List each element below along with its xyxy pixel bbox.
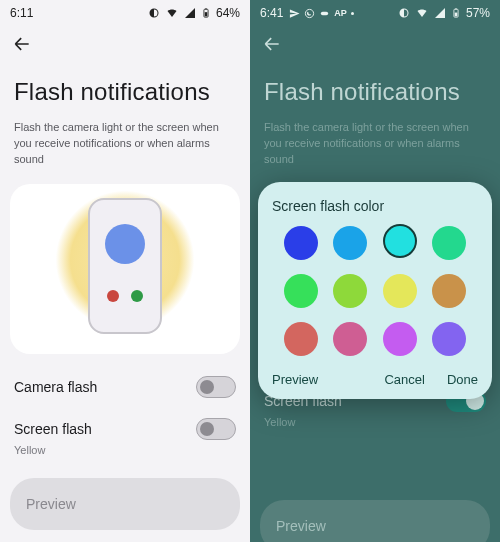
wifi-icon — [415, 7, 429, 19]
color-option[interactable] — [432, 322, 466, 356]
settings-screen-light: 6:11 64% Flash notif — [0, 0, 250, 542]
svg-rect-6 — [455, 13, 458, 17]
preview-button[interactable]: Preview — [10, 478, 240, 530]
illustration-card — [10, 184, 240, 354]
battery-percent: 64% — [216, 6, 240, 20]
camera-flash-row[interactable]: Camera flash — [0, 364, 250, 402]
svg-rect-2 — [205, 8, 207, 9]
color-option[interactable] — [432, 226, 466, 260]
status-bar: 6:41 AP 57% — [250, 0, 500, 26]
dialog-title: Screen flash color — [272, 198, 478, 214]
pill-icon — [319, 8, 330, 19]
color-option[interactable] — [284, 274, 318, 308]
settings-screen-dialog: 6:41 AP 57% Flash not — [250, 0, 500, 542]
page-subtitle: Flash the camera light or the screen whe… — [250, 112, 500, 180]
screen-flash-row[interactable]: Screen flash — [0, 402, 250, 444]
status-time: 6:41 — [260, 6, 283, 20]
color-option[interactable] — [383, 322, 417, 356]
screen-flash-value: Yellow — [0, 444, 250, 464]
theme-icon — [398, 7, 410, 19]
svg-rect-1 — [205, 12, 208, 16]
color-option[interactable] — [284, 226, 318, 260]
battery-icon — [201, 6, 211, 20]
color-grid — [272, 226, 478, 362]
svg-rect-4 — [321, 11, 328, 15]
color-option[interactable] — [383, 274, 417, 308]
screen-flash-label: Screen flash — [14, 421, 92, 437]
preview-button[interactable]: Preview — [260, 500, 490, 542]
camera-flash-toggle[interactable] — [196, 376, 236, 398]
color-option[interactable] — [333, 322, 367, 356]
color-option[interactable] — [432, 274, 466, 308]
dialog-cancel-button[interactable]: Cancel — [384, 372, 424, 387]
color-option[interactable] — [385, 226, 415, 256]
back-button[interactable] — [10, 32, 34, 56]
whatsapp-icon — [304, 8, 315, 19]
status-bar: 6:11 64% — [0, 0, 250, 26]
page-title: Flash notifications — [250, 56, 500, 112]
dialog-preview-button[interactable]: Preview — [272, 372, 318, 387]
screen-flash-toggle[interactable] — [196, 418, 236, 440]
svg-point-3 — [306, 9, 314, 17]
arrow-left-icon — [12, 34, 32, 54]
page-title: Flash notifications — [0, 56, 250, 112]
dialog-done-button[interactable]: Done — [447, 372, 478, 387]
battery-icon — [451, 6, 461, 20]
theme-icon — [148, 7, 160, 19]
back-button[interactable] — [260, 32, 284, 56]
ap-icon: AP — [334, 8, 347, 18]
signal-icon — [184, 7, 196, 19]
send-icon — [289, 8, 300, 19]
svg-rect-7 — [455, 8, 457, 9]
screen-flash-value: Yellow — [250, 416, 500, 436]
color-option[interactable] — [284, 322, 318, 356]
color-picker-dialog: Screen flash color Preview Cancel Done — [258, 182, 492, 399]
status-time: 6:11 — [10, 6, 33, 20]
arrow-left-icon — [262, 34, 282, 54]
color-option[interactable] — [333, 274, 367, 308]
wifi-icon — [165, 7, 179, 19]
camera-flash-label: Camera flash — [14, 379, 97, 395]
battery-percent: 57% — [466, 6, 490, 20]
page-subtitle: Flash the camera light or the screen whe… — [0, 112, 250, 180]
dot-icon — [351, 12, 354, 15]
color-option[interactable] — [333, 226, 367, 260]
signal-icon — [434, 7, 446, 19]
